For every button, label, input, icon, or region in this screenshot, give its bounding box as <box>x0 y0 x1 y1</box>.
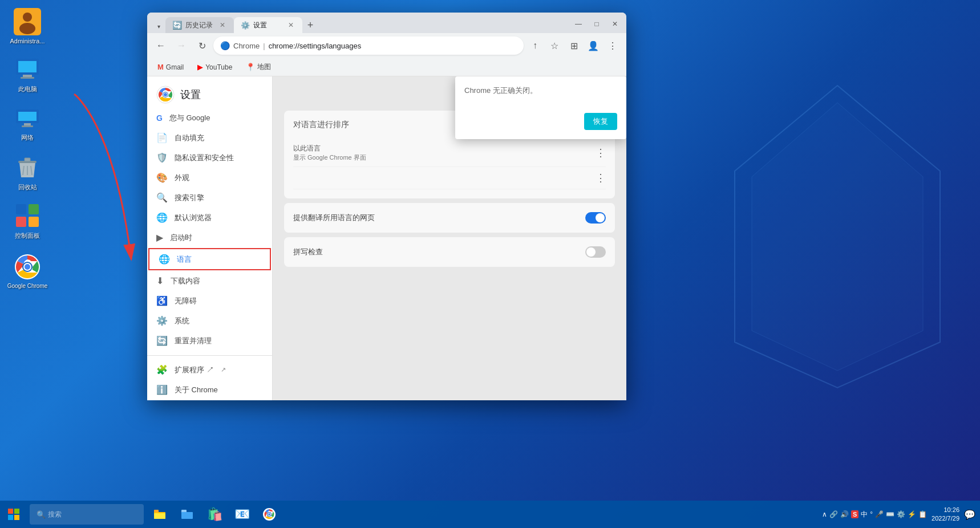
language-item-2[interactable]: ⋮ <box>293 167 606 189</box>
desktop-icon-network[interactable]: 网络 <box>5 101 50 144</box>
start-button[interactable] <box>0 501 27 528</box>
reset-label: 重置并清理 <box>175 336 212 346</box>
tab-list-button[interactable]: ▾ <box>152 19 165 33</box>
taskbar-chrome[interactable] <box>256 501 283 528</box>
taskbar-file-explorer[interactable] <box>146 501 173 528</box>
system-icon: ⚙️ <box>156 315 168 326</box>
settings-nav-item-accessibility[interactable]: ♿ 无障碍 <box>147 291 272 311</box>
appearance-icon: 🎨 <box>156 172 168 183</box>
settings-nav-item-about[interactable]: ℹ️ 关于 Chrome <box>147 380 272 400</box>
taskbar-folders[interactable] <box>173 501 201 528</box>
svg-rect-12 <box>22 125 33 127</box>
account-button[interactable]: 👤 <box>584 36 602 55</box>
network-icon[interactable]: 🔗 <box>829 510 838 518</box>
desktop-icon-label: 控制面板 <box>15 231 40 240</box>
bookmark-button[interactable]: ☆ <box>545 36 564 55</box>
desktop-icon-chrome[interactable]: Google Chrome <box>5 251 50 291</box>
menu-button[interactable]: ⋮ <box>604 36 622 55</box>
forward-button[interactable]: → <box>172 36 191 55</box>
extensions-label: 扩展程序 ↗ <box>175 365 214 375</box>
settings-nav-item-startup[interactable]: ▶ 启动时 <box>147 228 272 247</box>
address-path: chrome://settings/languages <box>269 42 362 50</box>
taskbar-store[interactable]: 🛍️ <box>201 501 228 528</box>
clipboard-icon[interactable]: 📋 <box>918 510 927 518</box>
tab-settings-close[interactable]: ✕ <box>286 21 295 30</box>
svg-point-30 <box>164 93 167 96</box>
battery-icon[interactable]: ⚡ <box>908 510 916 518</box>
ime-indicator[interactable]: S <box>851 510 858 518</box>
taskbar-mail[interactable]: 📧 <box>228 501 256 528</box>
ime-mic[interactable]: 🎤 <box>875 510 884 518</box>
spell-toggle[interactable] <box>585 246 606 258</box>
ime-settings[interactable]: ⚙️ <box>897 510 905 518</box>
settings-nav-item-autofill[interactable]: 📄 自动填充 <box>147 128 272 148</box>
settings-nav-item-downloads[interactable]: ⬇ 下载内容 <box>147 271 272 291</box>
settings-nav-item-reset[interactable]: 🔄 重置并清理 <box>147 331 272 351</box>
back-button[interactable]: ← <box>152 36 170 55</box>
browser-window: ▾ 🔄 历史记录 ✕ ⚙️ 设置 ✕ + — □ ✕ ← → <box>147 13 626 400</box>
autofill-icon: 📄 <box>156 132 168 143</box>
close-button[interactable]: ✕ <box>608 17 622 31</box>
tab-history[interactable]: 🔄 历史记录 ✕ <box>165 17 234 33</box>
startup-label: 启动时 <box>170 233 192 243</box>
expand-icon[interactable]: ∧ <box>822 510 827 518</box>
tab-history-close[interactable]: ✕ <box>218 21 227 30</box>
svg-rect-33 <box>154 513 165 519</box>
accessibility-label: 无障碍 <box>175 296 197 306</box>
taskbar-search[interactable]: 🔍 搜索 <box>30 504 144 525</box>
tab-history-label: 历史记录 <box>185 21 214 30</box>
maximize-button[interactable]: □ <box>590 17 604 31</box>
translate-toggle[interactable] <box>585 212 606 224</box>
volume-icon[interactable]: 🔊 <box>840 510 849 518</box>
address-bar[interactable]: 🔵 Chrome | chrome://settings/languages <box>213 36 524 55</box>
popup-restore-button[interactable]: 恢复 <box>584 113 617 130</box>
gmail-icon: M <box>157 63 164 71</box>
bookmark-gmail[interactable]: M Gmail <box>154 62 187 72</box>
clock-time: 10:26 <box>932 506 959 514</box>
settings-nav-item-extensions[interactable]: 🧩 扩展程序 ↗ ↗ <box>147 360 272 380</box>
refresh-button[interactable]: ↻ <box>193 36 211 55</box>
translate-label: 提供翻译所用语言的网页 <box>293 213 578 223</box>
external-link-icon: ↗ <box>221 366 226 373</box>
nav-bar: ← → ↻ 🔵 Chrome | chrome://settings/langu… <box>147 33 626 58</box>
settings-nav-item-google[interactable]: G 您与 Google <box>147 108 272 128</box>
gmail-label: Gmail <box>166 63 184 71</box>
settings-nav-item-appearance[interactable]: 🎨 外观 <box>147 168 272 188</box>
desktop-icon-controlpanel[interactable]: 控制面板 <box>5 200 50 242</box>
new-tab-button[interactable]: + <box>302 17 318 33</box>
ime-chinese[interactable]: 中 <box>861 510 868 519</box>
desktop-icon-administrator[interactable]: Administra... <box>5 6 50 47</box>
svg-rect-14 <box>25 158 30 161</box>
share-button[interactable]: ↑ <box>526 36 544 55</box>
svg-point-4 <box>19 23 35 34</box>
lang2-more-icon[interactable]: ⋮ <box>596 172 606 184</box>
sidebar-button[interactable]: ⊞ <box>565 36 583 55</box>
ime-dot[interactable]: ° <box>870 510 873 518</box>
ime-keyboard[interactable]: ⌨️ <box>886 510 894 518</box>
settings-nav-item-language[interactable]: 🌐 语言 <box>148 248 271 270</box>
systray-icons: ∧ 🔗 🔊 S 中 ° 🎤 ⌨️ ⚙️ ⚡ 📋 <box>822 510 927 519</box>
svg-point-25 <box>25 264 30 270</box>
desktop-icon-label: 回收站 <box>18 183 37 192</box>
settings-nav-item-system[interactable]: ⚙️ 系统 <box>147 311 272 331</box>
maps-icon: 📍 <box>246 63 255 71</box>
privacy-icon: 🛡️ <box>156 152 168 163</box>
desktop-icon-recycle[interactable]: 回收站 <box>5 151 50 194</box>
settings-nav-item-privacy[interactable]: 🛡️ 隐私设置和安全性 <box>147 148 272 168</box>
bookmark-maps[interactable]: 📍 地图 <box>242 61 274 73</box>
appearance-label: 外观 <box>175 173 189 183</box>
desktop-icon-mycomputer[interactable]: 此电脑 <box>5 53 50 96</box>
desktop: Administra... 此电脑 网络 <box>0 0 980 501</box>
minimize-button[interactable]: — <box>572 17 585 31</box>
maps-label: 地图 <box>257 62 271 72</box>
settings-nav-item-search[interactable]: 🔍 搜索引擎 <box>147 188 272 208</box>
notification-button[interactable]: 💬 <box>964 509 975 520</box>
settings-nav-item-browser[interactable]: 🌐 默认浏览器 <box>147 208 272 228</box>
tab-settings[interactable]: ⚙️ 设置 ✕ <box>234 17 302 33</box>
lang1-more-icon[interactable]: ⋮ <box>596 147 606 159</box>
taskbar-clock[interactable]: 10:26 2022/7/29 <box>932 506 959 523</box>
system-label: 系统 <box>175 316 189 326</box>
language-item-1[interactable]: 以此语言 显示 Google Chrome 界面 ⋮ <box>293 139 606 167</box>
bookmark-youtube[interactable]: ▶ YouTube <box>194 62 236 72</box>
browser-label: 默认浏览器 <box>175 213 212 223</box>
